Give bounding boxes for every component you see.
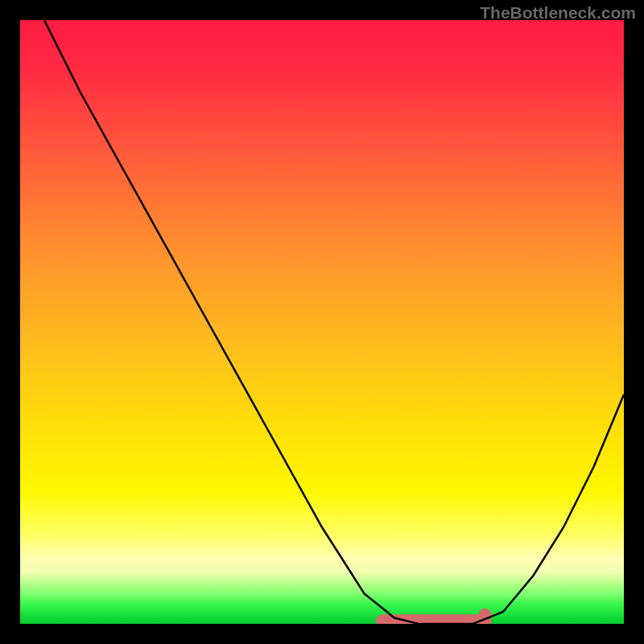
watermark-text: TheBottleneck.com <box>480 3 636 23</box>
plot-area <box>20 20 624 624</box>
chart-svg <box>20 20 624 624</box>
bottleneck-curve <box>44 20 624 624</box>
